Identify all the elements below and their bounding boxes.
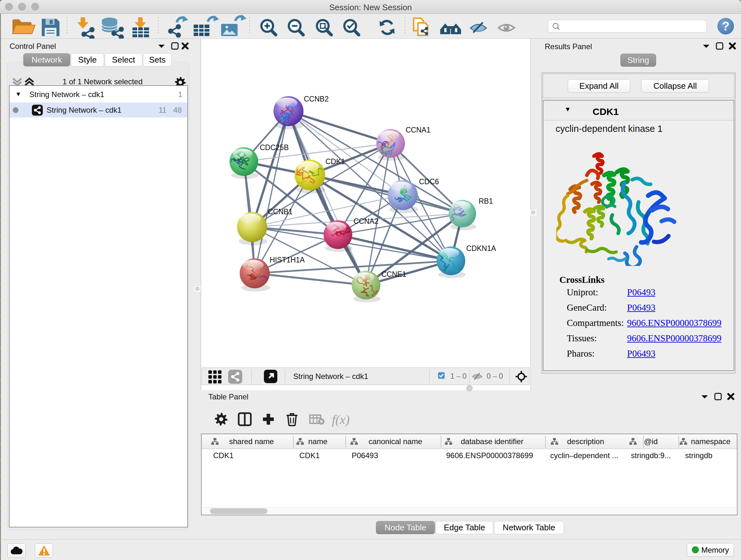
svg-text:CDC6: CDC6	[419, 178, 439, 186]
svg-text:CDK1: CDK1	[326, 158, 345, 166]
svg-text:CDKN1A: CDKN1A	[466, 244, 496, 253]
svg-text:CCNA2: CCNA2	[354, 217, 379, 226]
svg-text:CCNA1: CCNA1	[406, 126, 430, 134]
svg-text:RB1: RB1	[479, 197, 493, 205]
svg-text:f(x): f(x)	[332, 413, 350, 427]
svg-text:CCNB1: CCNB1	[268, 207, 293, 216]
svg-text:HIST1H1A: HIST1H1A	[270, 256, 305, 264]
svg-text:CCNB2: CCNB2	[304, 95, 329, 103]
svg-text:CDC25B: CDC25B	[260, 143, 289, 152]
svg-text:?: ?	[722, 19, 729, 33]
svg-text:CCNE1: CCNE1	[381, 270, 406, 278]
